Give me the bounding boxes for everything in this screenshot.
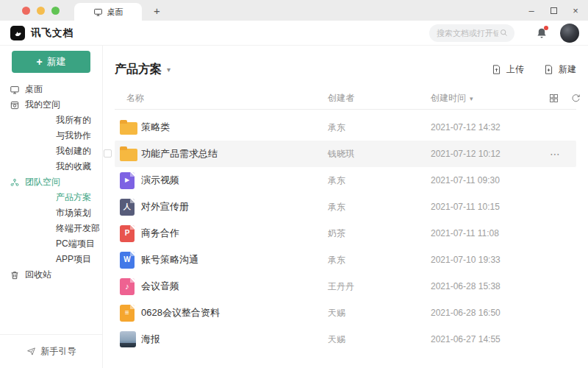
sidebar-item-marketing[interactable]: 市场策划 (0, 205, 102, 221)
column-creator[interactable]: 创建者 (328, 92, 431, 105)
file-icon-cell (115, 331, 141, 347)
row-checkbox[interactable] (104, 149, 112, 158)
file-name: 对外宣传册 (141, 200, 328, 213)
table-row[interactable]: 海报 天赐 2021-06-27 14:55 (115, 326, 576, 353)
sidebar-item-trash[interactable]: 回收站 (0, 267, 102, 283)
team-icon (10, 177, 20, 188)
file-creator: 奶茶 (328, 227, 431, 240)
sidebar-item-my-space[interactable]: 我的空间 (0, 97, 102, 113)
table-row[interactable]: 功能产品需求总结 钱晓琪 2021-07-12 10:12 ⋯ (115, 141, 576, 167)
file-creator: 承东 (328, 174, 431, 187)
grid-view-icon[interactable] (548, 93, 559, 104)
file-name: 会议音频 (141, 280, 328, 293)
file-icon-cell: 人 (115, 199, 141, 216)
main-content: 产品方案 ▾ 上传 新建 名称 创建者 创建时间▾ (103, 46, 588, 368)
zoom-traffic-light[interactable] (51, 7, 60, 15)
table-row[interactable]: ≡ 0628会议整合资料 天赐 2021-06-28 16:50 (115, 300, 576, 326)
file-creator: 天赐 (328, 307, 431, 319)
file-created-time: 2021-07-11 10:15 (431, 202, 548, 212)
close-traffic-light[interactable] (22, 7, 30, 15)
notifications-button[interactable] (535, 26, 548, 40)
paper-plane-icon (26, 347, 36, 356)
file-creator: 钱晓琪 (328, 148, 431, 160)
avatar[interactable] (560, 24, 579, 43)
file-icon-cell (115, 146, 141, 161)
ppt-icon: P (120, 225, 135, 242)
table-row[interactable]: 人 对外宣传册 承东 2021-07-11 10:15 (115, 194, 576, 220)
sidebar-item-terminal-dev[interactable]: 终端开发部 (0, 221, 102, 236)
sidebar-item-app-project[interactable]: APP项目 (0, 252, 102, 267)
tab-label: 桌面 (107, 7, 123, 18)
upload-icon (491, 64, 502, 75)
sidebar-item-product-plan[interactable]: 产品方案 (0, 190, 102, 205)
divider (0, 334, 102, 335)
window-controls: – × (526, 0, 581, 21)
minimize-button[interactable]: – (526, 5, 537, 15)
folder-icon (120, 149, 137, 161)
file-name: 账号策略沟通 (141, 253, 328, 266)
file-icon-cell: P (115, 225, 141, 242)
word-icon: W (120, 252, 135, 269)
sidebar: + 新建 桌面 我的空间 我所有的 与我协作 我创建的 我的收藏 团队空间 产品… (0, 46, 103, 368)
new-document-icon (543, 64, 554, 75)
table-row[interactable]: W 账号策略沟通 承东 2021-07-10 19:33 (115, 247, 576, 273)
sort-caret-icon: ▾ (470, 95, 473, 102)
search-icon (499, 28, 509, 38)
tab-desktop[interactable]: 桌面 (74, 3, 142, 21)
sidebar-footer: 新手引导 (0, 327, 102, 368)
file-created-time: 2021-07-11 11:08 (431, 228, 548, 238)
pdf-icon: 人 (120, 199, 135, 216)
file-creator: 承东 (328, 121, 431, 134)
file-icon-cell: ≡ (115, 305, 141, 322)
file-name: 商务合作 (141, 227, 328, 240)
file-created-time: 2021-07-10 19:33 (431, 255, 548, 265)
table-row[interactable]: ♪ 会议音频 王丹丹 2021-06-28 15:38 (115, 273, 576, 300)
app-name: 讯飞文档 (31, 26, 74, 40)
plus-icon: + (36, 56, 42, 68)
file-creator: 承东 (328, 254, 431, 266)
folder-icon (120, 122, 137, 135)
file-icon-cell: ▶ (115, 172, 141, 189)
sidebar-item-team-space[interactable]: 团队空间 (0, 174, 102, 190)
file-icon-cell (115, 120, 141, 135)
titlebar: 桌面 + – × (0, 0, 588, 21)
chevron-down-icon[interactable]: ▾ (167, 66, 171, 74)
notification-badge (544, 26, 548, 30)
table-row[interactable]: ▶ 演示视频 承东 2021-07-11 09:30 (115, 167, 576, 194)
create-button[interactable]: 新建 (543, 63, 576, 76)
close-button[interactable]: × (570, 5, 581, 15)
video-icon: ▶ (120, 172, 135, 189)
minimize-traffic-light[interactable] (37, 7, 45, 15)
column-created[interactable]: 创建时间▾ (431, 92, 548, 105)
more-actions-button[interactable]: ⋯ (548, 148, 576, 160)
sidebar-item-pc-project[interactable]: PC端项目 (0, 236, 102, 252)
file-creator: 承东 (328, 201, 431, 213)
table-row[interactable]: 策略类 承东 2021-07-12 14:32 (115, 114, 576, 141)
file-name: 策略类 (141, 121, 328, 134)
table-row[interactable]: P 商务合作 奶茶 2021-07-11 11:08 (115, 220, 576, 247)
file-name: 0628会议整合资料 (141, 306, 328, 319)
archive-icon: ≡ (120, 305, 135, 322)
file-icon-cell: W (115, 252, 141, 269)
beginner-guide-button[interactable]: 新手引导 (0, 345, 102, 358)
sidebar-item-created-by-me[interactable]: 我创建的 (0, 144, 102, 159)
maximize-button[interactable] (548, 5, 559, 15)
file-icon-cell: ♪ (115, 278, 141, 295)
new-document-button[interactable]: + 新建 (12, 51, 90, 73)
new-tab-button[interactable]: + (154, 4, 160, 17)
page-title: 产品方案 (115, 62, 162, 77)
maximize-icon (551, 7, 557, 14)
sidebar-item-all-mine[interactable]: 我所有的 (0, 113, 102, 128)
sidebar-item-favorites[interactable]: 我的收藏 (0, 159, 102, 174)
traffic-lights (0, 0, 70, 21)
sidebar-item-shared-with-me[interactable]: 与我协作 (0, 128, 102, 144)
file-name: 演示视频 (141, 174, 328, 187)
search-box[interactable] (429, 24, 514, 42)
search-input[interactable] (437, 29, 498, 38)
file-creator: 王丹丹 (328, 280, 431, 293)
trash-icon (10, 270, 20, 280)
upload-button[interactable]: 上传 (491, 63, 524, 76)
refresh-icon[interactable] (570, 93, 581, 104)
sidebar-item-desktop[interactable]: 桌面 (0, 82, 102, 97)
column-name[interactable]: 名称 (115, 92, 328, 105)
